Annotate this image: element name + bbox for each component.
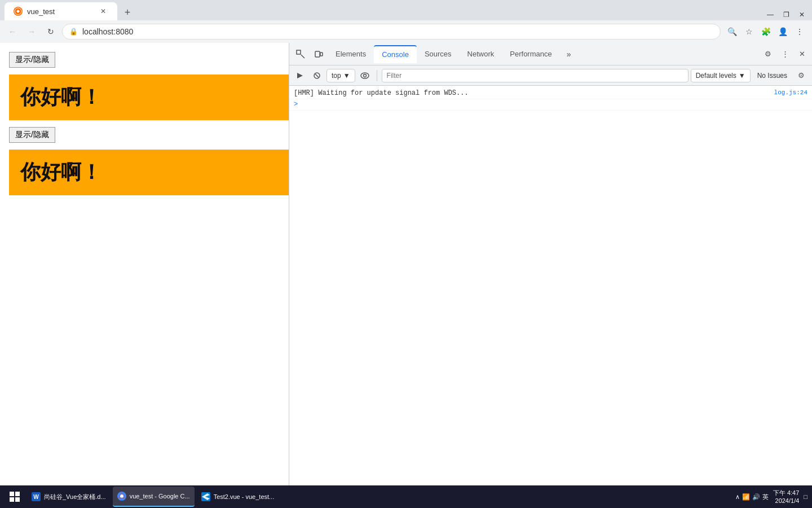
svg-rect-10: [10, 492, 14, 496]
svg-rect-11: [15, 492, 20, 496]
toolbar-icons: 🔍 ☆ 🧩 👤 ⋮: [724, 24, 807, 40]
devtools-panel: Elements Console Sources Network Perform…: [289, 43, 812, 485]
run-script-icon[interactable]: [293, 68, 307, 83]
devtools-more-button[interactable]: ⋮: [777, 46, 793, 62]
no-issues-button[interactable]: No Issues: [753, 69, 792, 82]
svg-point-8: [361, 73, 369, 78]
browser-tab-bar: vue_test ✕ + — ❐ ✕: [0, 0, 812, 20]
inspect-element-icon[interactable]: [292, 45, 310, 63]
clock[interactable]: 下午 4:47 2024/1/4: [773, 489, 799, 505]
language-indicator: 英: [762, 493, 769, 501]
svg-marker-5: [297, 73, 303, 78]
devtools-right-controls: ⚙ ⋮ ✕: [760, 46, 810, 62]
chevron-up-icon[interactable]: ∧: [735, 493, 740, 501]
svg-rect-4: [320, 52, 323, 56]
clear-console-icon[interactable]: [310, 68, 324, 83]
chrome-item-label: vue_test - Google C...: [130, 493, 190, 500]
tab-title: vue_test: [27, 7, 55, 16]
log-line-caret[interactable]: >: [289, 99, 812, 111]
log-message: [HMR] Waiting for update signal from WDS…: [294, 89, 774, 97]
extensions-icon[interactable]: 🧩: [758, 24, 774, 40]
svg-rect-12: [10, 497, 14, 502]
show-hide-button-1[interactable]: 显示/隐藏: [9, 52, 55, 68]
taskbar-right: ∧ 📶 🔊 英 下午 4:47 2024/1/4 □: [735, 489, 807, 505]
lock-icon: 🔒: [69, 28, 78, 36]
devtools-close-button[interactable]: ✕: [794, 46, 810, 62]
separator-1: [377, 70, 377, 81]
start-button[interactable]: [5, 487, 25, 507]
active-tab[interactable]: vue_test ✕: [5, 2, 117, 20]
context-dropdown[interactable]: top ▼: [326, 69, 355, 82]
show-hide-button-2[interactable]: 显示/隐藏: [9, 127, 55, 143]
network-status-icon: 📶: [742, 493, 750, 501]
forward-button[interactable]: →: [24, 24, 39, 40]
default-levels-dropdown[interactable]: Default levels ▼: [691, 69, 751, 82]
chinese-text-2: 你好啊！: [20, 159, 102, 186]
tab-favicon: [14, 7, 23, 16]
window-controls: — ❐ ✕: [765, 9, 807, 20]
svg-marker-16: [202, 493, 210, 500]
bookmark-icon[interactable]: ☆: [741, 24, 757, 40]
close-button[interactable]: ✕: [796, 9, 807, 20]
svg-point-9: [363, 74, 366, 77]
address-bar-row: ← → ↻ 🔒 localhost:8080 🔍 ☆ 🧩 👤 ⋮: [0, 20, 812, 43]
word-icon: W: [32, 492, 41, 501]
clock-ampm: 下午 4:47: [773, 489, 799, 497]
tab-close-button[interactable]: ✕: [98, 6, 108, 16]
clock-date: 2024/1/4: [773, 497, 799, 505]
taskbar-item-word[interactable]: W 尚硅谷_Vue全家桶.d...: [27, 487, 111, 507]
page-content: 显示/隐藏 你好啊！ 显示/隐藏 你好啊！: [0, 43, 289, 485]
caret-icon[interactable]: >: [294, 100, 298, 108]
chrome-icon: [117, 492, 126, 501]
vscode-icon: [201, 492, 210, 501]
tab-console[interactable]: Console: [374, 45, 417, 63]
console-output: [HMR] Waiting for update signal from WDS…: [289, 86, 812, 485]
tab-sources[interactable]: Sources: [417, 45, 460, 63]
no-issues-label: No Issues: [757, 72, 787, 80]
devtools-tab-bar: Elements Console Sources Network Perform…: [289, 43, 812, 65]
main-area: 显示/隐藏 你好啊！ 显示/隐藏 你好啊！ Elements Console: [0, 43, 812, 485]
svg-rect-13: [15, 497, 20, 502]
reload-button[interactable]: ↻: [43, 24, 59, 40]
console-settings-button[interactable]: ⚙: [794, 68, 809, 83]
search-icon[interactable]: 🔍: [724, 24, 740, 40]
svg-line-2: [301, 55, 304, 58]
url-text: localhost:8080: [82, 27, 713, 36]
log-line-hmr: [HMR] Waiting for update signal from WDS…: [289, 88, 812, 99]
log-link[interactable]: log.js:24: [774, 89, 807, 96]
notification-icon[interactable]: □: [804, 493, 807, 500]
volume-icon[interactable]: 🔊: [752, 493, 760, 501]
device-toolbar-icon[interactable]: [310, 45, 328, 63]
svg-line-7: [315, 74, 319, 77]
context-label: top: [332, 72, 341, 80]
new-tab-button[interactable]: +: [120, 5, 135, 20]
devtools-settings-button[interactable]: ⚙: [760, 46, 776, 62]
taskbar: W 尚硅谷_Vue全家桶.d... vue_test - Google C...…: [0, 485, 812, 508]
profile-icon[interactable]: 👤: [775, 24, 791, 40]
taskbar-item-chrome[interactable]: vue_test - Google C...: [113, 487, 195, 507]
console-toolbar: top ▼ Default levels ▼ No Issues ⚙: [289, 65, 812, 86]
dropdown-chevron-icon: ▼: [343, 72, 350, 80]
vscode-item-label: Test2.vue - vue_test...: [214, 493, 275, 500]
tab-performance[interactable]: Performance: [502, 45, 559, 63]
tab-network[interactable]: Network: [460, 45, 502, 63]
filter-input[interactable]: [382, 69, 689, 82]
taskbar-item-vscode[interactable]: Test2.vue - vue_test...: [197, 487, 279, 507]
eye-icon[interactable]: [358, 68, 372, 83]
word-item-label: 尚硅谷_Vue全家桶.d...: [44, 493, 106, 501]
more-tabs-icon[interactable]: »: [560, 45, 578, 63]
levels-chevron-icon: ▼: [739, 72, 745, 80]
chinese-text-1: 你好啊！: [20, 84, 102, 111]
back-button[interactable]: ←: [5, 24, 20, 40]
default-levels-label: Default levels: [696, 72, 736, 80]
menu-icon[interactable]: ⋮: [792, 24, 807, 40]
address-bar[interactable]: 🔒 localhost:8080: [62, 24, 721, 40]
tab-elements[interactable]: Elements: [328, 45, 374, 63]
maximize-button[interactable]: ❐: [780, 9, 792, 20]
system-tray-icons: ∧ 📶 🔊 英: [735, 493, 769, 501]
text-box-2: 你好啊！: [9, 150, 289, 195]
text-box-1: 你好啊！: [9, 75, 289, 120]
minimize-button[interactable]: —: [765, 9, 776, 20]
svg-rect-1: [297, 50, 301, 54]
svg-rect-3: [315, 51, 320, 57]
